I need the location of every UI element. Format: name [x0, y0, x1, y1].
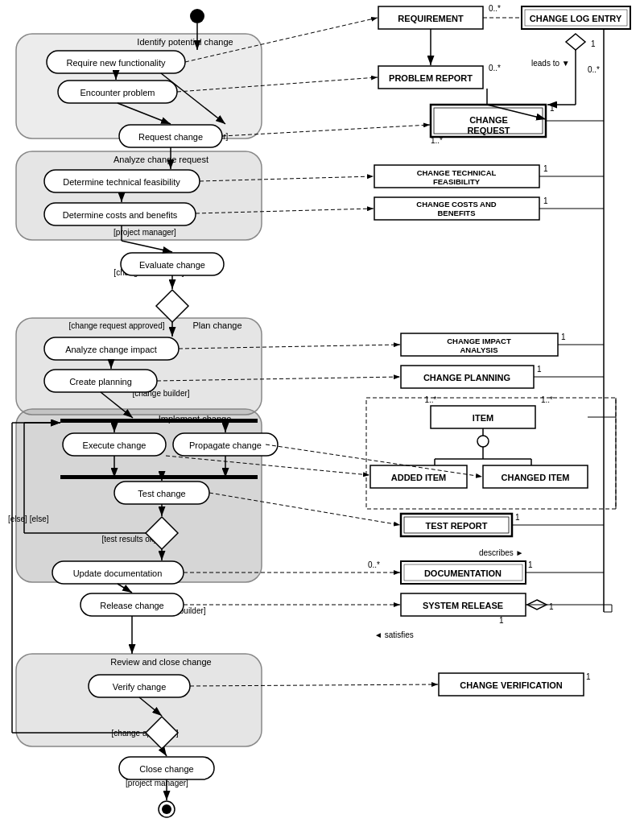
svg-text:Implement change: Implement change — [159, 414, 232, 424]
svg-text:0..*: 0..* — [588, 65, 600, 74]
svg-text:ADDED ITEM: ADDED ITEM — [391, 473, 446, 482]
svg-point-99 — [477, 436, 489, 447]
svg-text:1: 1 — [537, 365, 542, 374]
svg-text:Review and close change: Review and close change — [110, 657, 211, 667]
svg-text:Analyze change request: Analyze change request — [114, 155, 208, 164]
svg-text:Create planning: Create planning — [69, 377, 132, 386]
svg-text:[change request approved]: [change request approved] — [69, 321, 165, 330]
svg-text:CHANGE: CHANGE — [469, 115, 508, 125]
svg-text:CHANGE TECHNICAL: CHANGE TECHNICAL — [417, 168, 497, 177]
svg-text:1: 1 — [528, 560, 533, 569]
svg-text:CHANGE PLANNING: CHANGE PLANNING — [423, 373, 510, 382]
svg-text:Update documentation: Update documentation — [73, 568, 163, 578]
svg-text:Close change: Close change — [139, 764, 193, 774]
svg-text:Verify change: Verify change — [113, 682, 167, 692]
svg-text:CHANGE LOG ENTRY: CHANGE LOG ENTRY — [530, 14, 622, 23]
svg-text:Propagate change: Propagate change — [189, 440, 262, 450]
svg-text:[else] [else]: [else] [else] — [8, 515, 49, 523]
svg-text:CHANGE VERIFICATION: CHANGE VERIFICATION — [460, 680, 563, 690]
svg-text:Encounter problem: Encounter problem — [80, 88, 155, 97]
svg-text:SYSTEM RELEASE: SYSTEM RELEASE — [423, 601, 503, 610]
svg-line-147 — [118, 584, 132, 593]
svg-point-9 — [190, 9, 204, 23]
svg-rect-3 — [16, 151, 262, 240]
svg-marker-66 — [566, 34, 585, 50]
svg-text:Request change: Request change — [138, 132, 203, 142]
svg-text:Test change: Test change — [138, 489, 185, 498]
svg-text:1: 1 — [543, 164, 548, 173]
svg-text:1: 1 — [499, 616, 504, 625]
uml-diagram: Identify potential change Analyze change… — [0, 0, 644, 835]
svg-text:ITEM: ITEM — [473, 413, 493, 423]
svg-text:ANALYSIS: ANALYSIS — [460, 345, 497, 354]
svg-text:Analyze change impact: Analyze change impact — [65, 345, 157, 354]
svg-text:CHANGED ITEM: CHANGED ITEM — [502, 473, 570, 482]
svg-line-150 — [162, 749, 167, 756]
svg-text:TEST REPORT: TEST REPORT — [425, 521, 487, 531]
svg-text:DOCUMENTATION: DOCUMENTATION — [424, 568, 502, 578]
svg-text:CHANGE IMPACT: CHANGE IMPACT — [447, 337, 511, 345]
svg-text:Determine costs and benefits: Determine costs and benefits — [63, 210, 178, 220]
svg-text:0..*: 0..* — [489, 64, 501, 72]
svg-text:Execute change: Execute change — [83, 440, 147, 450]
svg-text:1..*: 1..* — [541, 395, 553, 404]
svg-text:1: 1 — [515, 513, 520, 522]
svg-text:1..*: 1..* — [424, 395, 436, 404]
svg-text:1: 1 — [543, 196, 548, 205]
svg-point-59 — [162, 804, 171, 814]
svg-text:◄ satisfies: ◄ satisfies — [374, 630, 414, 639]
svg-text:[project manager]: [project manager] — [114, 228, 176, 237]
svg-text:0..*: 0..* — [368, 560, 380, 569]
svg-text:Require new functionality: Require new functionality — [67, 58, 166, 68]
svg-text:CHANGE COSTS AND: CHANGE COSTS AND — [416, 200, 497, 209]
svg-text:FEASIBILITY: FEASIBILITY — [433, 177, 481, 186]
svg-text:REQUEST: REQUEST — [467, 126, 510, 135]
svg-line-135 — [122, 241, 172, 252]
svg-text:REQUIREMENT: REQUIREMENT — [398, 14, 464, 23]
svg-text:PROBLEM REPORT: PROBLEM REPORT — [389, 73, 473, 83]
svg-text:1: 1 — [561, 333, 566, 341]
svg-text:1: 1 — [549, 602, 554, 611]
svg-text:Plan change: Plan change — [192, 320, 242, 330]
svg-text:1: 1 — [591, 39, 596, 48]
svg-text:Determine technical feasibilit: Determine technical feasibility — [63, 177, 180, 187]
svg-text:BENEFITS: BENEFITS — [438, 209, 476, 217]
svg-text:Evaluate change: Evaluate change — [139, 260, 205, 270]
svg-text:describes ►: describes ► — [479, 548, 523, 557]
svg-marker-37 — [156, 290, 188, 322]
svg-text:leads to ▼: leads to ▼ — [531, 59, 570, 68]
svg-text:0..*: 0..* — [489, 4, 501, 13]
svg-text:1: 1 — [586, 672, 591, 681]
svg-text:Identify potential change: Identify potential change — [137, 37, 233, 47]
svg-text:Release change: Release change — [100, 601, 164, 610]
svg-text:1..*: 1..* — [431, 136, 443, 145]
svg-rect-4 — [16, 318, 262, 415]
svg-rect-8 — [60, 475, 258, 479]
